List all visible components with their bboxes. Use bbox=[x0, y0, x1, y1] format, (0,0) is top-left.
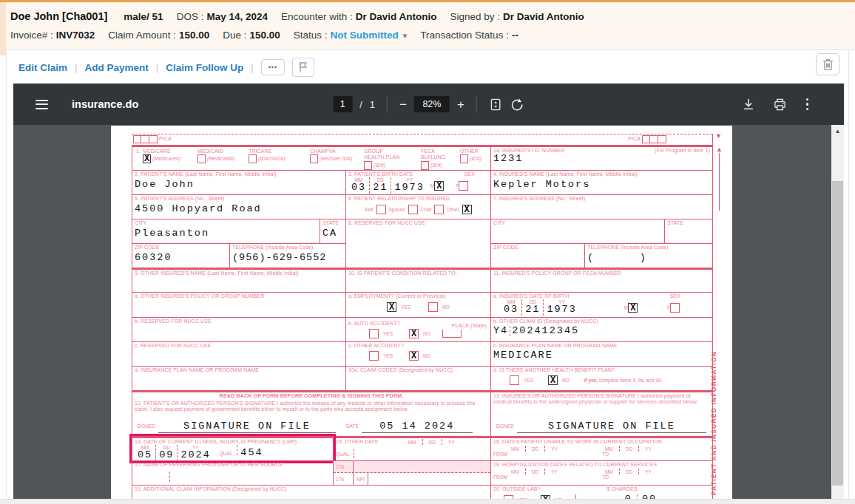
box14-current-illness-date: 14. DATE OF CURRENT ILLNESS, INJURY, or … bbox=[132, 436, 333, 460]
menu-icon[interactable] bbox=[36, 100, 48, 109]
pdf-scrollbar[interactable]: ▲ bbox=[831, 125, 844, 499]
employment-no-checkbox bbox=[428, 302, 438, 312]
box2-patient-name: 2. PATIENT'S NAME (Last Name, First Name… bbox=[132, 170, 345, 194]
medicaid-checkbox bbox=[197, 154, 206, 163]
bottom-strip bbox=[0, 499, 855, 504]
status-value: Not Submitted bbox=[331, 30, 399, 41]
other-accident-no-checkbox: X bbox=[409, 351, 419, 361]
patient-zip: ZIP CODE 60320 bbox=[132, 243, 229, 268]
trash-icon bbox=[822, 58, 834, 71]
rel-other-checkbox: X bbox=[462, 205, 472, 214]
box10-condition: 10. IS PATIENT'S CONDITION RELATED TO: bbox=[345, 268, 490, 292]
insured-name-value: Kepler Motors bbox=[493, 180, 710, 191]
box17-referring-provider: 17. NAME OF REFERRING PROVIDER OR OTHER … bbox=[132, 460, 333, 485]
medicare-checkbox: X bbox=[143, 154, 151, 163]
patient-phone-value: (956)-629-6552 bbox=[232, 253, 343, 264]
add-payment-link[interactable]: Add Payment bbox=[85, 62, 149, 73]
flag-button[interactable] bbox=[292, 58, 314, 77]
status-dropdown[interactable]: Status :Not Submitted▾ bbox=[294, 30, 408, 41]
delete-claim-button[interactable] bbox=[816, 53, 839, 75]
claim-screen: Doe John [Cha001] male/ 51 DOS :May 14, … bbox=[0, 0, 855, 504]
patient-phone: TELEPHONE (Include Area Code) (956)-629-… bbox=[229, 243, 345, 268]
rel-spouse-checkbox bbox=[408, 205, 418, 214]
fit-page-button[interactable] bbox=[489, 98, 503, 112]
flag-icon bbox=[298, 61, 308, 73]
scrollbar-thumb[interactable] bbox=[832, 181, 843, 486]
zoom-in-button[interactable]: + bbox=[457, 98, 464, 111]
insured-zip: ZIP CODE bbox=[490, 243, 584, 268]
box10c-other-accident: c. OTHER ACCIDENT? YES XNO bbox=[345, 341, 490, 366]
cms1500-page: ▼ ▲ PATIENT AND INSURED INFORMATION PICA bbox=[111, 126, 732, 499]
box3-birth-date: 3. PATIENT'S BIRTH DATESEX MM03 DD21 YY1… bbox=[345, 170, 490, 194]
rotate-button[interactable] bbox=[510, 98, 524, 112]
arrow-up-icon: ▲ bbox=[716, 146, 723, 153]
other-claim-id-v1: Y4 bbox=[493, 326, 508, 337]
toolbar-divider bbox=[387, 96, 388, 112]
dos: DOS :May 14, 2024 bbox=[177, 11, 268, 22]
chevron-down-icon[interactable]: ▾ bbox=[403, 31, 408, 40]
separator: | bbox=[251, 62, 254, 73]
print-button[interactable] bbox=[773, 98, 787, 112]
insured-city: CITY bbox=[490, 219, 664, 243]
zoom-out-button[interactable]: − bbox=[399, 98, 407, 111]
box9b-reserved: b. RESERVED FOR NUCC USE bbox=[132, 317, 345, 341]
box11-policy-group: 11. INSURED'S POLICY GROUP OR FECA NUMBE… bbox=[490, 268, 712, 292]
patient-address-value: 4500 Hopyard Road bbox=[135, 204, 343, 215]
pica-label-left: PICA bbox=[159, 136, 172, 142]
rel-child-checkbox bbox=[434, 205, 444, 214]
box13-insured-signature: 13. INSURED'S OR AUTHORIZED PERSON'S SIG… bbox=[490, 390, 712, 436]
claim-amount: Claim Amount :150.00 bbox=[108, 30, 209, 41]
claim-follow-up-link[interactable]: Claim Follow Up bbox=[166, 62, 243, 73]
transaction-status: Transaction Status :-- bbox=[420, 30, 518, 41]
insured-signature-value: SIGNATURE ON FILE bbox=[548, 420, 675, 432]
box10a-employment: a. EMPLOYMENT? (Current or Previous) XYE… bbox=[345, 292, 490, 317]
box4-insured-name: 4. INSURED'S NAME (Last Name, First Name… bbox=[490, 170, 712, 194]
box11c-plan-name: c. INSURANCE PLAN NAME OR PROGRAM NAME M… bbox=[490, 341, 712, 366]
insured-phone-value: ( ) bbox=[587, 253, 710, 264]
box11d-other-benefit-plan: d. IS THERE ANOTHER HEALTH BENEFIT PLAN?… bbox=[490, 366, 712, 390]
box10b-auto-accident: b. AUTO ACCIDENT?PLACE (State) YES XNO bbox=[345, 317, 490, 341]
edit-claim-link[interactable]: Edit Claim bbox=[18, 62, 67, 73]
zoom-level[interactable]: 82% bbox=[414, 96, 450, 112]
box18-hospitalization: 18. HOSPITALIZATION DATES RELATED TO CUR… bbox=[490, 460, 712, 485]
scrollbar-up-arrow[interactable]: ▲ bbox=[831, 125, 844, 137]
patient-info-bar: Doe John [Cha001] male/ 51 DOS :May 14, … bbox=[0, 0, 855, 50]
due-amount: Due :150.00 bbox=[223, 30, 280, 41]
pdf-viewer: insurance.do 1 / 1 − 82% + bbox=[13, 84, 844, 499]
more-options-icon[interactable] bbox=[805, 97, 811, 112]
patient-name-value: Doe John bbox=[135, 180, 343, 191]
download-icon bbox=[742, 98, 755, 111]
box8-reserved: 8. RESERVED FOR NUCC USE bbox=[345, 219, 490, 243]
download-button[interactable] bbox=[742, 98, 755, 111]
tricare-checkbox bbox=[249, 154, 257, 163]
place-state-box bbox=[442, 330, 462, 338]
invoice-number: Invoice# :INV7032 bbox=[10, 30, 95, 41]
left-accent-strip bbox=[0, 2, 6, 55]
box7-insured-address: 7. INSURED'S ADDRESS (No., Street) bbox=[490, 194, 712, 219]
box12-patient-signature: READ BACK OF FORM BEFORE COMPLETING & SI… bbox=[132, 390, 490, 436]
pdf-toolbar: insurance.do 1 / 1 − 82% + bbox=[13, 84, 844, 125]
rel-self-checkbox bbox=[376, 205, 386, 214]
encounter-with: Encounter with :Dr David Antonio bbox=[281, 11, 437, 22]
box9a-policy-number: a. OTHER INSURED'S POLICY OR GROUP NUMBE… bbox=[132, 292, 345, 317]
box9c-reserved: c. RESERVED FOR NUCC USE bbox=[132, 341, 345, 366]
side-bracket: ▲ bbox=[716, 146, 723, 211]
insured-state: STATE bbox=[664, 219, 712, 243]
group-health-checkbox bbox=[364, 161, 372, 170]
patient-signature-value: SIGNATURE ON FILE bbox=[183, 420, 311, 432]
box15-other-date: 15. OTHER DATE MM DD YY QUAL. bbox=[333, 436, 490, 460]
more-actions-button[interactable]: ••• bbox=[261, 59, 285, 75]
box17ab-npi: 17a. 17b. NPI bbox=[333, 460, 490, 485]
auto-yes-checkbox bbox=[369, 329, 379, 338]
sex-male-checkbox: X bbox=[434, 181, 444, 191]
pdf-canvas: ▼ ▲ PATIENT AND INSURED INFORMATION PICA bbox=[13, 125, 831, 499]
qual-value: 454 bbox=[240, 448, 263, 459]
employment-yes-checkbox: X bbox=[387, 302, 396, 312]
box8-reserved-cont bbox=[345, 243, 490, 268]
separator: | bbox=[156, 62, 159, 73]
other-accident-yes-checkbox bbox=[369, 351, 379, 361]
other-claim-id-v2: 202412345 bbox=[512, 326, 579, 337]
page-number-input[interactable]: 1 bbox=[333, 96, 352, 112]
box9d-plan-name: d. INSURANCE PLAN NAME OR PROGRAM NAME bbox=[132, 366, 345, 390]
box19-additional-info: 19. ADDITIONAL CLAIM INFORMATION (Design… bbox=[132, 485, 490, 499]
